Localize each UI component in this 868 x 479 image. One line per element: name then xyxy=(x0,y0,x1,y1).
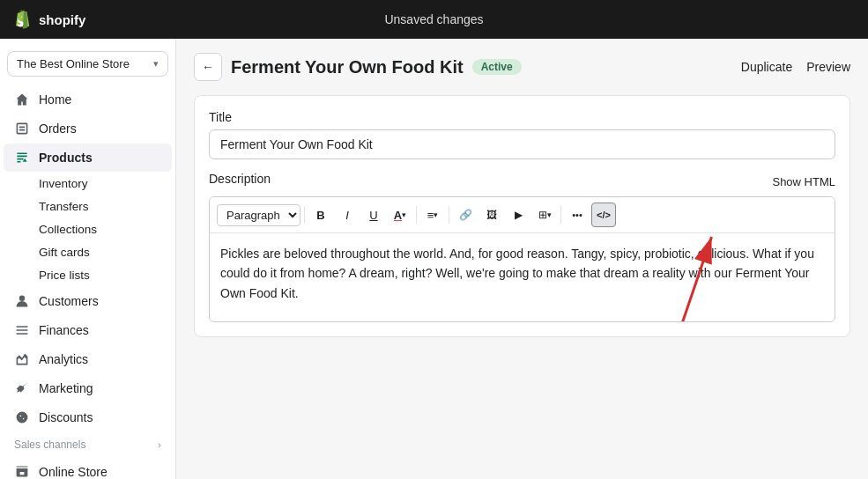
video-button[interactable]: ▶ xyxy=(506,203,530,227)
toolbar-divider-2 xyxy=(416,206,417,224)
main-content: ← Ferment Your Own Food Kit Active Dupli… xyxy=(176,39,868,479)
bold-button[interactable]: B xyxy=(308,203,333,227)
code-button[interactable]: </> xyxy=(591,203,616,227)
sidebar-item-marketing[interactable]: Marketing xyxy=(4,374,172,402)
orders-icon xyxy=(14,121,30,136)
marketing-icon xyxy=(14,380,30,396)
underline-button[interactable]: U xyxy=(361,203,386,227)
product-header: ← Ferment Your Own Food Kit Active Dupli… xyxy=(194,53,850,81)
editor-toolbar: Paragraph B I U A ▾ xyxy=(210,197,835,233)
store-selector[interactable]: The Best Online Store ▾ xyxy=(7,51,168,77)
sidebar-item-label: Discounts xyxy=(39,410,93,424)
products-icon xyxy=(14,150,30,166)
customers-icon xyxy=(14,293,30,309)
sidebar-item-discounts[interactable]: Discounts xyxy=(4,403,172,431)
toolbar-divider-1 xyxy=(304,206,305,224)
product-title: Ferment Your Own Food Kit xyxy=(231,57,464,77)
unsaved-changes-label: Unsaved changes xyxy=(384,12,483,26)
title-input[interactable] xyxy=(209,129,835,159)
shopify-text: shopify xyxy=(39,12,85,27)
table-button[interactable]: ⊞ ▾ xyxy=(532,203,557,227)
finances-icon xyxy=(14,322,30,338)
top-nav: shopify Unsaved changes xyxy=(0,0,868,39)
chevron-right-icon: › xyxy=(158,439,161,450)
store-name: The Best Online Store xyxy=(17,57,130,70)
store-selector-arrow-icon: ▾ xyxy=(153,58,159,70)
price-lists-label: Price lists xyxy=(39,269,90,282)
sidebar-item-label: Orders xyxy=(39,122,77,136)
image-icon: 🖼 xyxy=(486,209,497,221)
more-icon: ••• xyxy=(572,210,582,220)
sidebar-sub-item-price-lists[interactable]: Price lists xyxy=(4,264,172,286)
font-color-icon: A xyxy=(394,209,402,222)
sidebar-item-home[interactable]: Home xyxy=(4,85,172,114)
sidebar-item-finances[interactable]: Finances xyxy=(4,316,172,344)
product-form-card: Title Description Show HTML Paragraph B xyxy=(194,95,850,337)
table-dropdown-icon: ▾ xyxy=(547,210,552,219)
description-text: Pickles are beloved throughout the world… xyxy=(220,247,814,300)
sidebar: The Best Online Store ▾ Home Orders Prod… xyxy=(0,39,176,479)
link-icon: 🔗 xyxy=(459,209,472,221)
link-button[interactable]: 🔗 xyxy=(453,203,478,227)
code-icon: </> xyxy=(597,210,611,220)
online-store-icon xyxy=(14,464,30,479)
sales-channels-section[interactable]: Sales channels › xyxy=(4,432,172,457)
sidebar-sub-item-transfers[interactable]: Transfers xyxy=(4,195,172,217)
duplicate-button[interactable]: Duplicate xyxy=(741,60,792,74)
description-label: Description xyxy=(209,172,271,186)
show-html-button[interactable]: Show HTML xyxy=(772,175,835,188)
font-color-dropdown-icon: ▾ xyxy=(402,210,406,219)
sidebar-item-products[interactable]: Products xyxy=(4,144,172,172)
status-badge: Active xyxy=(472,59,522,75)
transfers-label: Transfers xyxy=(39,200,89,213)
sales-channels-label: Sales channels xyxy=(14,438,85,451)
table-icon: ⊞ xyxy=(538,209,547,221)
sidebar-item-orders[interactable]: Orders xyxy=(4,114,172,143)
inventory-label: Inventory xyxy=(39,177,88,190)
underline-icon: U xyxy=(369,209,377,222)
preview-button[interactable]: Preview xyxy=(806,60,850,74)
discounts-icon xyxy=(14,409,30,425)
title-label: Title xyxy=(209,110,835,124)
align-button[interactable]: ≡ ▾ xyxy=(420,203,445,227)
sidebar-item-label: Products xyxy=(39,151,93,165)
sidebar-item-label: Home xyxy=(39,92,71,107)
video-icon: ▶ xyxy=(515,209,523,221)
description-header: Description Show HTML xyxy=(209,172,835,191)
sidebar-sub-item-gift-cards[interactable]: Gift cards xyxy=(4,241,172,263)
editor-content[interactable]: Pickles are beloved throughout the world… xyxy=(210,233,835,321)
sidebar-item-online-store[interactable]: Online Store xyxy=(4,458,172,479)
back-button[interactable]: ← xyxy=(194,53,222,81)
sidebar-item-label: Customers xyxy=(39,294,99,308)
shopify-logo: shopify xyxy=(14,10,85,29)
paragraph-select[interactable]: Paragraph xyxy=(217,204,300,226)
bold-icon: B xyxy=(316,209,324,222)
sidebar-item-customers[interactable]: Customers xyxy=(4,287,172,315)
shopify-bag-icon xyxy=(14,10,33,29)
analytics-icon xyxy=(14,351,30,367)
sidebar-item-label: Analytics xyxy=(39,352,88,366)
toolbar-divider-4 xyxy=(560,206,561,224)
font-color-button[interactable]: A ▾ xyxy=(388,203,412,227)
align-icon: ≡ xyxy=(427,209,434,222)
align-dropdown-icon: ▾ xyxy=(434,210,438,219)
more-button[interactable]: ••• xyxy=(565,203,590,227)
gift-cards-label: Gift cards xyxy=(39,246,90,259)
sidebar-sub-item-collections[interactable]: Collections xyxy=(4,218,172,240)
italic-button[interactable]: I xyxy=(335,203,360,227)
sidebar-item-label: Marketing xyxy=(39,381,93,395)
sidebar-item-label: Finances xyxy=(39,323,89,337)
collections-label: Collections xyxy=(39,223,97,236)
sidebar-sub-item-inventory[interactable]: Inventory xyxy=(4,173,172,195)
sidebar-item-label: Online Store xyxy=(39,465,108,479)
image-button[interactable]: 🖼 xyxy=(479,203,504,227)
sidebar-item-analytics[interactable]: Analytics xyxy=(4,345,172,373)
italic-icon: I xyxy=(345,209,349,222)
rich-text-editor: Paragraph B I U A ▾ xyxy=(209,196,835,322)
toolbar-divider-3 xyxy=(449,206,449,224)
home-icon xyxy=(14,92,30,107)
